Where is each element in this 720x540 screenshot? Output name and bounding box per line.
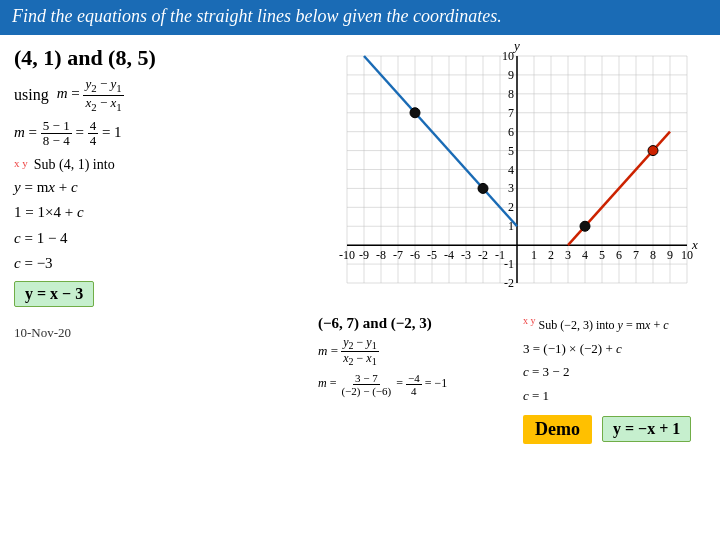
m-calculation-1: m = 5 − 1 8 − 4 = 4 4 = 1	[14, 119, 296, 149]
sub-label-2: x y Sub (−2, 3) into y = mx + c	[523, 315, 712, 333]
step1-2: 3 = (−1) × (−2) + c	[523, 337, 712, 360]
coords-title-1: (4, 1) and (8, 5)	[14, 45, 296, 71]
problem2-left: (−6, 7) and (−2, 3) m = y2 − y1 x2 − x1 …	[318, 315, 513, 444]
bottom-section: (−6, 7) and (−2, 3) m = y2 − y1 x2 − x1 …	[310, 310, 720, 449]
step4-1: c = −3	[14, 251, 296, 277]
header-text: Find the equations of the straight lines…	[12, 6, 502, 26]
sub-label-1: x y Sub (4, 1) into	[14, 157, 296, 173]
coordinate-graph	[315, 40, 705, 305]
m-formula-2: m = y2 − y1 x2 − x1	[318, 336, 513, 368]
steps-1: y = mx + c 1 = 1×4 + c c = 1 − 4 c = −3	[14, 175, 296, 277]
answer-2: y = −x + 1	[602, 416, 691, 442]
demo-button[interactable]: Demo	[523, 415, 592, 444]
using-label: using	[14, 86, 49, 104]
left-panel: (4, 1) and (8, 5) using m = y2 − y1 x2 −…	[0, 35, 310, 535]
step2-1: 1 = 1×4 + c	[14, 200, 296, 226]
using-line: using m = y2 − y1 x2 − x1	[14, 77, 296, 113]
formula-fraction: m = y2 − y1 x2 − x1	[57, 77, 124, 113]
step3-2: c = 1	[523, 384, 712, 407]
problem2-right: x y Sub (−2, 3) into y = mx + c 3 = (−1)…	[523, 315, 712, 444]
answer-1: y = x − 3	[14, 281, 94, 307]
page-header: Find the equations of the straight lines…	[0, 0, 720, 35]
answer-text-1: y = x − 3	[25, 285, 83, 302]
step1-1: y = mx + c	[14, 175, 296, 201]
m-calc-2: m = 3 − 7 (−2) − (−6) = −4 4 = −1	[318, 372, 513, 397]
steps-2: 3 = (−1) × (−2) + c c = 3 − 2 c = 1	[523, 337, 712, 407]
coords-title-2: (−6, 7) and (−2, 3)	[318, 315, 513, 332]
step3-1: c = 1 − 4	[14, 226, 296, 252]
date-label: 10-Nov-20	[14, 325, 296, 341]
step2-2: c = 3 − 2	[523, 360, 712, 383]
